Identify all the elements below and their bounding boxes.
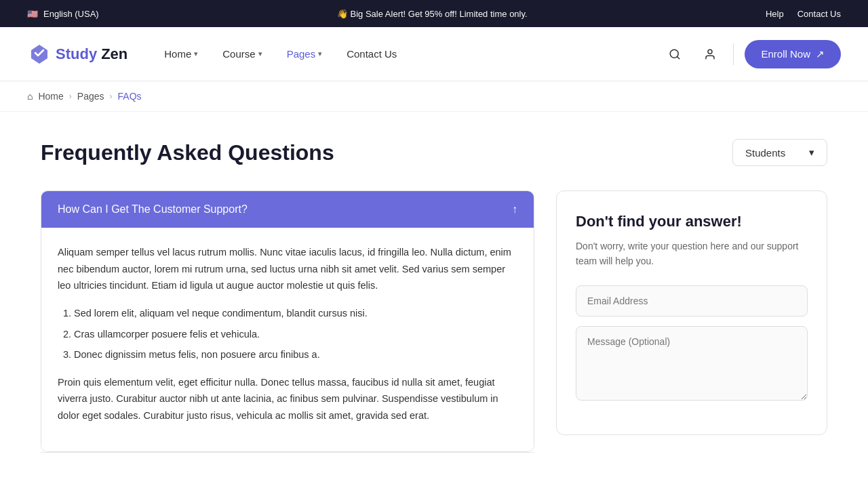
logo[interactable]: StudyZen xyxy=(27,42,127,66)
nav-pages[interactable]: Pages ▾ xyxy=(277,43,332,65)
logo-icon xyxy=(27,42,52,66)
chevron-down-icon: ▾ xyxy=(318,49,322,58)
list-item: Cras ullamcorper posuere felis et vehicu… xyxy=(74,326,517,343)
faq-para-1: Aliquam semper tellus vel lacus rutrum m… xyxy=(58,244,517,294)
breadcrumb-home[interactable]: Home xyxy=(38,91,63,102)
breadcrumb-sep-1: › xyxy=(69,92,72,101)
topbar-lang: 🇺🇸 English (USA) xyxy=(27,9,99,19)
chevron-down-icon: ▾ xyxy=(809,146,814,159)
breadcrumb: ⌂ Home › Pages › FAQs xyxy=(0,81,868,112)
svg-line-1 xyxy=(677,56,679,58)
user-icon xyxy=(704,48,716,60)
search-button[interactable] xyxy=(663,42,687,66)
topbar-sale: 👋 Big Sale Alert! Get 95% off! Limited t… xyxy=(99,9,766,19)
flag-icon: 🇺🇸 xyxy=(27,9,38,19)
topbar-contact-link[interactable]: Contact Us xyxy=(797,9,841,19)
enroll-button[interactable]: Enroll Now ↗ xyxy=(745,40,841,68)
home-icon: ⌂ xyxy=(27,91,33,102)
faq-section: How Can I Get The Customer Support? ↑ Al… xyxy=(41,190,534,453)
faq-collapse-icon: ↑ xyxy=(512,203,517,216)
list-item: Sed lorem elit, aliquam vel neque condim… xyxy=(74,305,517,322)
logo-study: Study xyxy=(56,45,97,63)
search-icon xyxy=(669,48,681,60)
faq-list: Sed lorem elit, aliquam vel neque condim… xyxy=(74,305,517,363)
lang-label: English (USA) xyxy=(43,9,99,19)
main-nav: Home ▾ Course ▾ Pages ▾ Contact Us xyxy=(155,43,663,65)
help-link[interactable]: Help xyxy=(766,9,784,19)
nav-course[interactable]: Course ▾ xyxy=(213,43,271,65)
faq-question-1[interactable]: How Can I Get The Customer Support? ↑ xyxy=(41,191,534,228)
students-filter-dropdown[interactable]: Students ▾ xyxy=(732,139,827,166)
faq-divider xyxy=(41,452,534,453)
faq-accordion: How Can I Get The Customer Support? ↑ Al… xyxy=(41,190,534,452)
faq-para-2: Proin quis elementum velit, eget efficit… xyxy=(58,374,517,424)
topbar-links[interactable]: Help Contact Us xyxy=(766,9,841,19)
list-item: Donec dignissim metus felis, non posuere… xyxy=(74,346,517,363)
page-title: Frequently Asked Questions xyxy=(41,140,334,165)
header-divider xyxy=(733,43,734,65)
arrow-icon: ↗ xyxy=(816,48,825,60)
sale-text: 👋 Big Sale Alert! Get 95% off! Limited t… xyxy=(337,9,528,19)
side-panel: Don't find your answer! Don't worry, wri… xyxy=(556,190,827,435)
content-grid: How Can I Get The Customer Support? ↑ Al… xyxy=(41,190,827,453)
nav-home[interactable]: Home ▾ xyxy=(155,43,208,65)
faq-question-text: How Can I Get The Customer Support? xyxy=(58,203,248,216)
nav-contact[interactable]: Contact Us xyxy=(337,43,406,65)
topbar: 🇺🇸 English (USA) 👋 Big Sale Alert! Get 9… xyxy=(0,0,868,27)
side-panel-description: Don't worry, write your question here an… xyxy=(576,239,808,269)
breadcrumb-pages[interactable]: Pages xyxy=(77,91,104,102)
email-input[interactable] xyxy=(576,285,808,317)
header: StudyZen Home ▾ Course ▾ Pages ▾ Contact… xyxy=(0,27,868,81)
main-content: Frequently Asked Questions Students ▾ Ho… xyxy=(14,112,854,488)
side-panel-title: Don't find your answer! xyxy=(576,213,808,230)
header-actions: Enroll Now ↗ xyxy=(663,40,841,68)
breadcrumb-current: FAQs xyxy=(118,91,142,102)
faq-answer: Aliquam semper tellus vel lacus rutrum m… xyxy=(41,228,534,451)
svg-point-2 xyxy=(708,49,712,54)
chevron-down-icon: ▾ xyxy=(194,49,198,58)
students-filter-label: Students xyxy=(745,147,785,159)
chevron-down-icon: ▾ xyxy=(258,49,262,58)
user-button[interactable] xyxy=(698,42,722,66)
faq-header: Frequently Asked Questions Students ▾ xyxy=(41,139,827,166)
message-textarea[interactable] xyxy=(576,326,808,401)
breadcrumb-sep-2: › xyxy=(110,92,113,101)
logo-zen: Zen xyxy=(101,45,127,63)
